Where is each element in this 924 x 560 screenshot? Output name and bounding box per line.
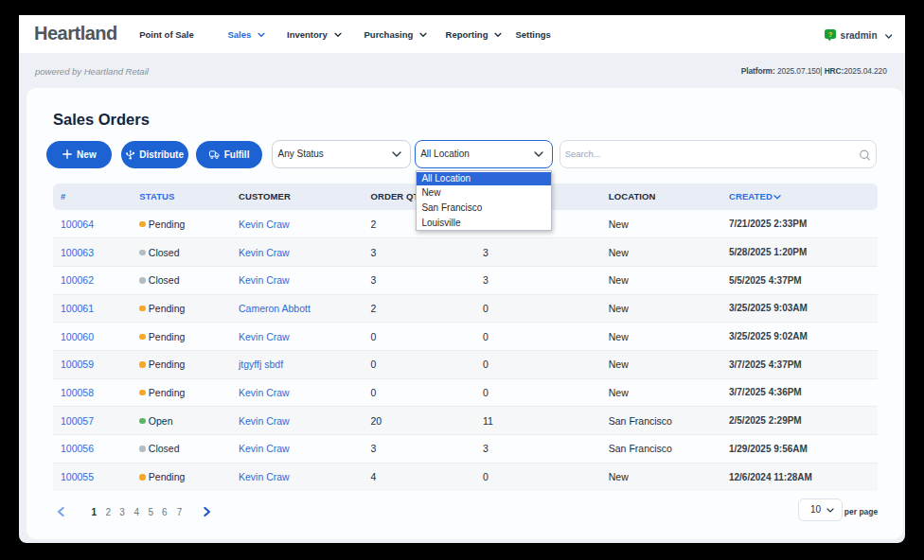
svg-text:?: ? (827, 30, 832, 39)
